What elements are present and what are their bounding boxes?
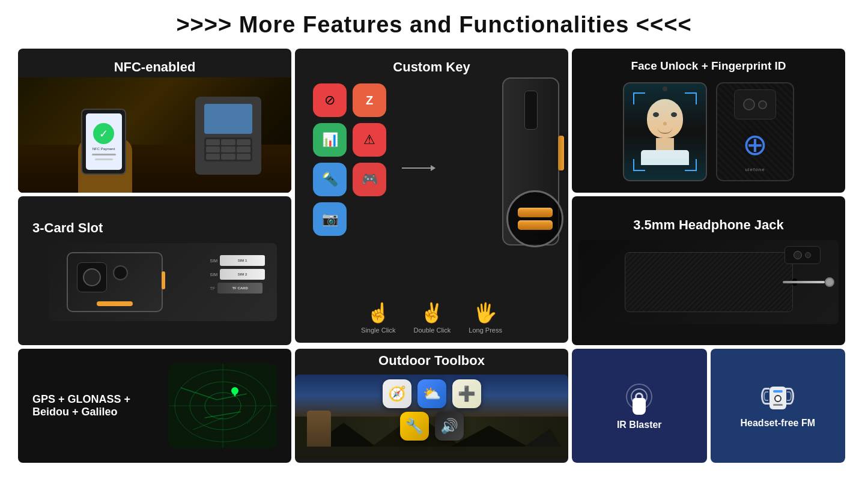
single-click-label: Single Click (361, 327, 395, 334)
headphone-label: 3.5mm Headphone Jack (633, 217, 784, 233)
fm-label: Headset-free FM (741, 418, 815, 429)
firstaid-app-icon: ➕ (452, 379, 481, 408)
click-indicators: ☝ Single Click ✌ Double Click 🖐 Long Pre… (361, 301, 502, 343)
single-click-icon: ☝ (366, 301, 390, 324)
double-click-icon: ✌ (420, 301, 444, 324)
gps-label-line2: Beidou + Galileo (32, 406, 130, 418)
features-grid: NFC-enabled (18, 49, 850, 463)
custom-key-icon-7: 📷 (313, 202, 347, 236)
long-press-label: Long Press (469, 327, 502, 334)
cell-headphone-jack: 3.5mm Headphone Jack (572, 196, 845, 345)
custom-key-icon-2: Z (353, 83, 386, 117)
single-click: ☝ Single Click (361, 301, 395, 334)
custom-key-icon-3: 📊 (313, 123, 347, 157)
cell-ir-blaster: IR Blaster (572, 349, 707, 463)
gps-label-line1: GPS + GLONASS + (32, 393, 130, 406)
cell-fm: Headset-free FM (711, 349, 846, 463)
ir-label: IR Blaster (617, 420, 662, 430)
double-click-label: Double Click (414, 327, 451, 334)
face-unlock-label: Face Unlock + Fingerprint ID (631, 59, 786, 73)
cell-card-slot: 3-Card Slot (18, 196, 291, 345)
custom-key-icon-5: 🔦 (313, 163, 347, 196)
custom-key-label: Custom Key (393, 59, 470, 75)
page-title: >>>> More Features and Functionalities <… (176, 12, 691, 38)
long-press: 🖐 Long Press (469, 301, 502, 334)
weather-app-icon: ⛅ (417, 379, 446, 408)
fingerprint-icon: ⊕ (742, 127, 768, 162)
svg-line-8 (193, 418, 223, 430)
tool-app-icon: 🔧 (400, 412, 429, 441)
card-slot-label: 3-Card Slot (32, 220, 103, 236)
custom-key-icon-6: 🎮 (353, 163, 386, 196)
custom-key-icon-1: ⊘ (313, 83, 347, 117)
nfc-label: NFC-enabled (114, 59, 196, 75)
compass-app-icon: 🧭 (383, 379, 411, 408)
cell-nfc: NFC-enabled (18, 49, 291, 193)
cell-ir-fm: IR Blaster Headset-free FM (572, 349, 845, 463)
cell-face-unlock: Face Unlock + Fingerprint ID (572, 49, 845, 193)
long-press-icon: 🖐 (473, 301, 497, 324)
cell-custom-key: Custom Key ⊘ Z 📊 ⚠ 🔦 🎮 📷 (295, 49, 568, 343)
svg-line-6 (217, 394, 247, 400)
svg-rect-16 (295, 447, 568, 459)
cell-outdoor-toolbox: Outdoor Toolbox 🧭 (295, 349, 568, 463)
face-unlock-images: ⊕ ulefone (623, 82, 794, 181)
volume-app-icon: 🔊 (435, 412, 464, 441)
cell-gps: GPS + GLONASS + Beidou + Galileo (18, 349, 291, 463)
custom-key-icon-4: ⚠ (353, 123, 386, 157)
double-click: ✌ Double Click (414, 301, 451, 334)
outdoor-label: Outdoor Toolbox (378, 353, 485, 369)
